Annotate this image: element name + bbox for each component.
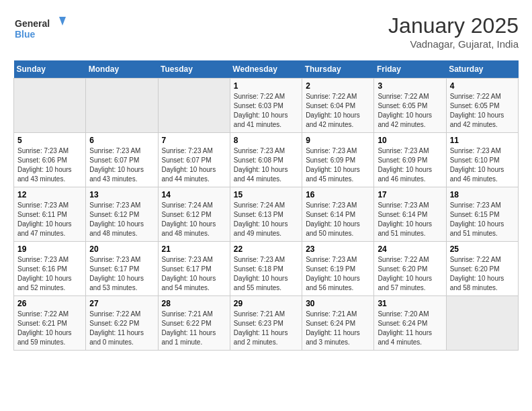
day-number: 16 xyxy=(306,190,370,199)
day-number: 13 xyxy=(89,190,154,199)
svg-text:General: General xyxy=(15,18,50,29)
calendar-cell xyxy=(14,79,86,133)
calendar-cell: 17Sunrise: 7:23 AMSunset: 6:14 PMDayligh… xyxy=(374,187,446,242)
day-number: 5 xyxy=(17,136,82,145)
weekday-header: Tuesday xyxy=(158,60,230,79)
day-number: 29 xyxy=(234,299,298,308)
calendar-cell xyxy=(158,79,230,133)
day-number: 18 xyxy=(450,190,515,199)
weekday-header: Saturday xyxy=(446,60,518,79)
month-title: January 2025 xyxy=(388,13,519,38)
day-number: 2 xyxy=(306,81,370,91)
day-info: Sunrise: 7:22 AMSunset: 6:20 PMDaylight:… xyxy=(378,255,442,293)
calendar-cell: 25Sunrise: 7:22 AMSunset: 6:20 PMDayligh… xyxy=(446,242,518,296)
day-info: Sunrise: 7:23 AMSunset: 6:09 PMDaylight:… xyxy=(378,146,442,184)
day-number: 31 xyxy=(378,299,442,308)
day-info: Sunrise: 7:21 AMSunset: 6:24 PMDaylight:… xyxy=(306,310,370,347)
day-number: 9 xyxy=(306,136,370,145)
calendar-cell: 14Sunrise: 7:24 AMSunset: 6:12 PMDayligh… xyxy=(158,187,230,242)
calendar-cell: 7Sunrise: 7:23 AMSunset: 6:07 PMDaylight… xyxy=(158,133,230,187)
day-info: Sunrise: 7:23 AMSunset: 6:07 PMDaylight:… xyxy=(89,146,154,184)
day-info: Sunrise: 7:22 AMSunset: 6:20 PMDaylight:… xyxy=(450,255,515,293)
day-number: 20 xyxy=(89,244,154,254)
day-info: Sunrise: 7:23 AMSunset: 6:17 PMDaylight:… xyxy=(162,255,226,293)
page-header: General Blue January 2025 Vadnagar, Guja… xyxy=(13,13,519,50)
calendar-week-row: 1Sunrise: 7:22 AMSunset: 6:03 PMDaylight… xyxy=(14,79,519,133)
day-info: Sunrise: 7:23 AMSunset: 6:15 PMDaylight:… xyxy=(450,201,515,238)
calendar-cell: 9Sunrise: 7:23 AMSunset: 6:09 PMDaylight… xyxy=(302,133,374,187)
day-number: 15 xyxy=(234,190,298,199)
calendar-cell xyxy=(86,79,158,133)
calendar-cell: 19Sunrise: 7:23 AMSunset: 6:16 PMDayligh… xyxy=(14,242,86,296)
calendar-cell: 12Sunrise: 7:23 AMSunset: 6:11 PMDayligh… xyxy=(14,187,86,242)
title-block: January 2025 Vadnagar, Gujarat, India xyxy=(388,13,519,50)
calendar-cell xyxy=(446,296,518,351)
calendar-cell: 29Sunrise: 7:21 AMSunset: 6:23 PMDayligh… xyxy=(230,296,302,351)
day-info: Sunrise: 7:22 AMSunset: 6:04 PMDaylight:… xyxy=(306,92,370,130)
calendar-cell: 15Sunrise: 7:24 AMSunset: 6:13 PMDayligh… xyxy=(230,187,302,242)
day-number: 3 xyxy=(378,81,442,91)
weekday-header-row: SundayMondayTuesdayWednesdayThursdayFrid… xyxy=(14,60,519,79)
location: Vadnagar, Gujarat, India xyxy=(388,38,519,50)
day-info: Sunrise: 7:23 AMSunset: 6:14 PMDaylight:… xyxy=(378,201,442,238)
calendar-cell: 26Sunrise: 7:22 AMSunset: 6:21 PMDayligh… xyxy=(14,296,86,351)
day-number: 4 xyxy=(450,81,515,91)
day-info: Sunrise: 7:23 AMSunset: 6:16 PMDaylight:… xyxy=(17,255,82,293)
calendar-cell: 1Sunrise: 7:22 AMSunset: 6:03 PMDaylight… xyxy=(230,79,302,133)
day-info: Sunrise: 7:22 AMSunset: 6:05 PMDaylight:… xyxy=(450,92,515,130)
day-info: Sunrise: 7:20 AMSunset: 6:24 PMDaylight:… xyxy=(378,310,442,347)
logo: General Blue xyxy=(13,13,67,44)
day-info: Sunrise: 7:24 AMSunset: 6:12 PMDaylight:… xyxy=(162,201,226,238)
day-info: Sunrise: 7:23 AMSunset: 6:12 PMDaylight:… xyxy=(89,201,154,238)
day-number: 7 xyxy=(162,136,226,145)
calendar-week-row: 26Sunrise: 7:22 AMSunset: 6:21 PMDayligh… xyxy=(14,296,519,351)
calendar-cell: 3Sunrise: 7:22 AMSunset: 6:05 PMDaylight… xyxy=(374,79,446,133)
weekday-header: Friday xyxy=(374,60,446,79)
calendar-cell: 6Sunrise: 7:23 AMSunset: 6:07 PMDaylight… xyxy=(86,133,158,187)
day-info: Sunrise: 7:23 AMSunset: 6:09 PMDaylight:… xyxy=(306,146,370,184)
day-info: Sunrise: 7:23 AMSunset: 6:08 PMDaylight:… xyxy=(234,146,298,184)
calendar-cell: 11Sunrise: 7:23 AMSunset: 6:10 PMDayligh… xyxy=(446,133,518,187)
calendar-cell: 2Sunrise: 7:22 AMSunset: 6:04 PMDaylight… xyxy=(302,79,374,133)
calendar-cell: 23Sunrise: 7:23 AMSunset: 6:19 PMDayligh… xyxy=(302,242,374,296)
day-number: 14 xyxy=(162,190,226,199)
weekday-header: Wednesday xyxy=(230,60,302,79)
day-number: 11 xyxy=(450,136,515,145)
calendar-week-row: 19Sunrise: 7:23 AMSunset: 6:16 PMDayligh… xyxy=(14,242,519,296)
day-number: 25 xyxy=(450,244,515,254)
svg-marker-2 xyxy=(59,17,66,26)
logo-svg: General Blue xyxy=(13,13,67,44)
calendar-week-row: 5Sunrise: 7:23 AMSunset: 6:06 PMDaylight… xyxy=(14,133,519,187)
day-info: Sunrise: 7:23 AMSunset: 6:14 PMDaylight:… xyxy=(306,201,370,238)
calendar-cell: 20Sunrise: 7:23 AMSunset: 6:17 PMDayligh… xyxy=(86,242,158,296)
calendar-cell: 18Sunrise: 7:23 AMSunset: 6:15 PMDayligh… xyxy=(446,187,518,242)
day-info: Sunrise: 7:21 AMSunset: 6:22 PMDaylight:… xyxy=(162,310,226,347)
day-number: 27 xyxy=(89,299,154,308)
day-number: 22 xyxy=(234,244,298,254)
day-number: 17 xyxy=(378,190,442,199)
calendar-cell: 21Sunrise: 7:23 AMSunset: 6:17 PMDayligh… xyxy=(158,242,230,296)
day-number: 8 xyxy=(234,136,298,145)
day-info: Sunrise: 7:23 AMSunset: 6:06 PMDaylight:… xyxy=(17,146,82,184)
day-number: 10 xyxy=(378,136,442,145)
day-info: Sunrise: 7:23 AMSunset: 6:18 PMDaylight:… xyxy=(234,255,298,293)
calendar-cell: 8Sunrise: 7:23 AMSunset: 6:08 PMDaylight… xyxy=(230,133,302,187)
calendar-cell: 24Sunrise: 7:22 AMSunset: 6:20 PMDayligh… xyxy=(374,242,446,296)
day-info: Sunrise: 7:22 AMSunset: 6:21 PMDaylight:… xyxy=(17,310,82,347)
day-number: 30 xyxy=(306,299,370,308)
day-number: 1 xyxy=(234,81,298,91)
calendar-cell: 13Sunrise: 7:23 AMSunset: 6:12 PMDayligh… xyxy=(86,187,158,242)
day-info: Sunrise: 7:21 AMSunset: 6:23 PMDaylight:… xyxy=(234,310,298,347)
day-info: Sunrise: 7:22 AMSunset: 6:22 PMDaylight:… xyxy=(89,310,154,347)
calendar-week-row: 12Sunrise: 7:23 AMSunset: 6:11 PMDayligh… xyxy=(14,187,519,242)
weekday-header: Sunday xyxy=(14,60,86,79)
day-info: Sunrise: 7:23 AMSunset: 6:07 PMDaylight:… xyxy=(162,146,226,184)
day-info: Sunrise: 7:23 AMSunset: 6:10 PMDaylight:… xyxy=(450,146,515,184)
day-info: Sunrise: 7:22 AMSunset: 6:05 PMDaylight:… xyxy=(378,92,442,130)
day-info: Sunrise: 7:23 AMSunset: 6:17 PMDaylight:… xyxy=(89,255,154,293)
calendar-cell: 16Sunrise: 7:23 AMSunset: 6:14 PMDayligh… xyxy=(302,187,374,242)
calendar-cell: 30Sunrise: 7:21 AMSunset: 6:24 PMDayligh… xyxy=(302,296,374,351)
day-number: 19 xyxy=(17,244,82,254)
calendar-cell: 31Sunrise: 7:20 AMSunset: 6:24 PMDayligh… xyxy=(374,296,446,351)
svg-text:Blue: Blue xyxy=(15,29,36,40)
